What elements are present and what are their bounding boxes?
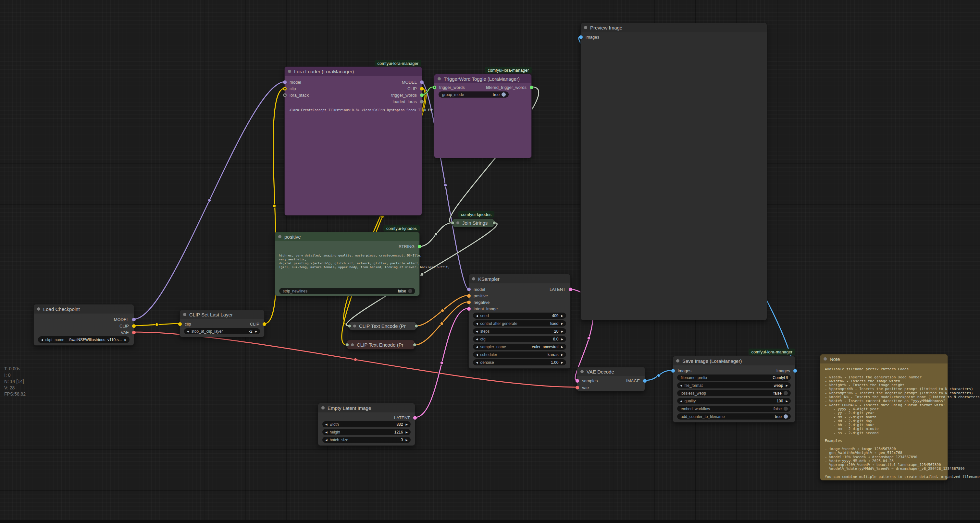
stop-at-clip-layer-widget[interactable]: ◀ stop_at_clip_layer -2 ▶ (184, 328, 260, 334)
triggerword-toggle-titlebar[interactable]: TriggerWord Toggle (LoraManager) (434, 74, 531, 83)
seed-widget[interactable]: ◀ seed 409 ▶ (473, 312, 566, 319)
filename-prefix-widget[interactable]: filename_prefix ComfyUI (677, 374, 791, 381)
combo-right-arrow-icon[interactable]: ▶ (255, 330, 257, 333)
ksampler-positive-input[interactable]: positive (469, 292, 488, 299)
combo-left-arrow-icon[interactable]: ◀ (476, 322, 478, 325)
clip-port-icon[interactable] (283, 87, 286, 90)
node-save-image[interactable]: Save Image (LoraManager) images images f… (673, 356, 795, 423)
collapse-dot-icon[interactable] (288, 70, 291, 73)
latent-port-icon[interactable] (413, 416, 417, 420)
wire-vaedecode-image-to-save[interactable] (645, 370, 673, 380)
checkpoint-clip-output[interactable]: CLIP (119, 323, 134, 329)
collapsed-input-port-icon[interactable] (348, 324, 351, 328)
combo-left-arrow-icon[interactable]: ◀ (680, 384, 682, 387)
collapse-dot-icon[interactable] (824, 357, 827, 361)
lora-model-output[interactable]: MODEL (402, 79, 422, 85)
quality-widget[interactable]: ◀ quality 100 ▶ (677, 398, 791, 404)
image-port-icon[interactable] (643, 379, 647, 383)
conditioning-port-icon[interactable] (467, 294, 471, 298)
lora-triggerwords-output[interactable]: trigger_words (391, 92, 422, 98)
clip-set-last-layer-titlebar[interactable]: CLIP Set Last Layer (180, 310, 264, 319)
lora-model-input[interactable]: model (285, 79, 301, 85)
toggle-knob-icon[interactable] (408, 289, 412, 293)
clip-port-icon[interactable] (178, 322, 182, 326)
collapse-dot-icon[interactable] (457, 222, 459, 224)
empty-latent-titlebar[interactable]: Empty Latent Image (318, 403, 415, 412)
denoise-widget[interactable]: ◀ denoise 1.00 ▶ (473, 359, 566, 365)
node-clip-text-encode-positive[interactable]: CLIP Text Encode (Pr (349, 322, 417, 330)
scheduler-widget[interactable]: ◀ scheduler karras ▶ (473, 352, 566, 358)
lora-clip-input[interactable]: clip (285, 85, 296, 92)
toggle-filtered-output[interactable]: filtered_trigger_words (486, 84, 531, 90)
node-graph-canvas[interactable]: Preview Image images Load Checkpoint MOD… (0, 0, 980, 523)
note-titlebar[interactable]: Note (820, 354, 948, 363)
ksampler-negative-input[interactable]: negative (469, 299, 490, 306)
node-clip-set-last-layer[interactable]: CLIP Set Last Layer clip CLIP ◀ stop_at_… (180, 310, 264, 337)
save-images-output[interactable]: images (776, 368, 795, 374)
string-port-icon[interactable] (420, 94, 424, 97)
lora-stack-input[interactable]: lora_stack (285, 92, 309, 98)
batch-size-widget[interactable]: ◀ batch_size 3 ▶ (322, 437, 410, 443)
node-ksampler[interactable]: KSampler model positive negative latent_… (468, 274, 571, 369)
ksampler-latent-input[interactable]: latent_image (469, 306, 498, 312)
combo-left-arrow-icon[interactable]: ◀ (680, 399, 682, 403)
combo-right-arrow-icon[interactable]: ▶ (561, 361, 563, 364)
ckpt-name-widget[interactable]: ◀ ckpt_name il\waiNSFWIllustrious_v110.s… (38, 336, 129, 343)
collapse-dot-icon[interactable] (37, 307, 40, 311)
collapsed-output-port-icon[interactable] (492, 221, 496, 225)
positive-prompt-text[interactable]: highres, very detailed, amazing quality,… (279, 254, 450, 269)
collapsed-input-port-icon[interactable] (451, 221, 455, 225)
image-port-icon[interactable] (793, 369, 797, 372)
cfg-widget[interactable]: ◀ cfg 8.0 ▶ (473, 336, 566, 342)
combo-left-arrow-icon[interactable]: ◀ (476, 314, 478, 317)
node-note[interactable]: Note Available filename_prefix Pattern C… (820, 354, 948, 480)
image-port-icon[interactable] (671, 369, 675, 372)
toggle-knob-icon[interactable] (784, 391, 788, 395)
width-widget[interactable]: ◀ width 832 ▶ (322, 421, 410, 427)
vae-port-icon[interactable] (132, 331, 136, 334)
collapse-dot-icon[interactable] (278, 235, 282, 238)
add-counter-toggle[interactable]: add_counter_to_filename true (677, 414, 791, 420)
wire-checkpoint-model-to-lora[interactable] (134, 82, 285, 319)
node-lora-loader[interactable]: Lora Loader (LoraManager) model clip lor… (284, 67, 422, 216)
collapse-dot-icon[interactable] (353, 325, 356, 328)
collapse-dot-icon[interactable] (472, 277, 475, 281)
latent-port-icon[interactable] (576, 379, 579, 383)
model-port-icon[interactable] (283, 81, 286, 84)
model-port-icon[interactable] (132, 318, 136, 321)
string-port-icon[interactable] (418, 245, 422, 248)
toggle-knob-icon[interactable] (784, 407, 788, 411)
toggle-knob-icon[interactable] (784, 414, 788, 418)
combo-left-arrow-icon[interactable]: ◀ (476, 361, 478, 364)
combo-right-arrow-icon[interactable]: ▶ (561, 338, 563, 341)
toggle-triggerwords-input[interactable]: trigger_words (434, 84, 465, 90)
file-format-widget[interactable]: ◀ file_format webp ▶ (677, 382, 791, 388)
combo-left-arrow-icon[interactable]: ◀ (476, 330, 478, 333)
combo-right-arrow-icon[interactable]: ▶ (786, 384, 788, 387)
latent-port-icon[interactable] (467, 307, 471, 311)
cliplayer-clip-output[interactable]: CLIP (250, 321, 264, 327)
combo-left-arrow-icon[interactable]: ◀ (476, 338, 478, 341)
clip-port-icon[interactable] (262, 322, 266, 326)
wire-positive-string-to-join[interactable] (420, 223, 452, 246)
save-image-titlebar[interactable]: Save Image (LoraManager) (673, 357, 795, 365)
collapse-dot-icon[interactable] (321, 406, 325, 409)
vae-port-icon[interactable] (576, 386, 579, 390)
combo-right-arrow-icon[interactable]: ▶ (786, 399, 788, 403)
node-vae-decode[interactable]: VAE Decode samples vae IMAGE (577, 367, 645, 391)
node-triggerword-toggle[interactable]: TriggerWord Toggle (LoraManager) trigger… (434, 74, 532, 158)
toggle-knob-icon[interactable] (501, 92, 506, 97)
emptylatent-latent-output[interactable]: LATENT (394, 414, 415, 421)
combo-left-arrow-icon[interactable]: ◀ (187, 330, 189, 333)
node-clip-text-encode-negative[interactable]: CLIP Text Encode (Pr (347, 340, 415, 350)
vaedecode-vae-input[interactable]: vae (577, 384, 589, 391)
lora-loadedloras-output[interactable]: loaded_loras (393, 98, 422, 105)
combo-right-arrow-icon[interactable]: ▶ (561, 322, 563, 325)
lora-syntax-text[interactable]: <lora:CreateConcept_Illustrious:0.8> <lo… (289, 108, 452, 112)
height-widget[interactable]: ◀ height 1216 ▶ (322, 429, 410, 435)
embed-workflow-toggle[interactable]: embed_workflow false (677, 406, 791, 412)
combo-right-arrow-icon[interactable]: ▶ (561, 314, 563, 317)
vaedecode-image-output[interactable]: IMAGE (626, 377, 645, 384)
combo-right-arrow-icon[interactable]: ▶ (124, 338, 127, 341)
sampler-name-widget[interactable]: ◀ sampler_name euler_ancestral ▶ (473, 344, 566, 350)
